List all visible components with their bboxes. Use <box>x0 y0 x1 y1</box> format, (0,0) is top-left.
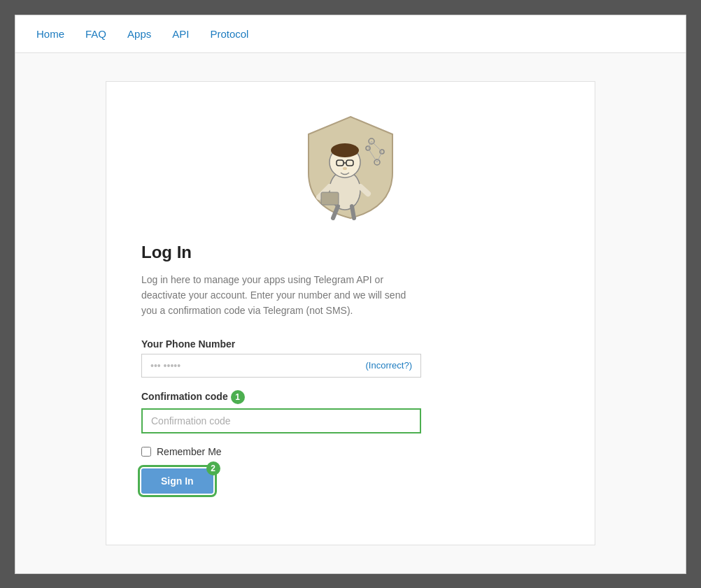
svg-point-10 <box>331 143 359 157</box>
svg-line-18 <box>352 206 354 218</box>
confirmation-form-group: Confirmation code1 <box>141 390 421 433</box>
remember-me-label: Remember Me <box>157 446 222 457</box>
page-title: Log In <box>141 243 560 262</box>
content-area: Log In Log in here to manage your apps u… <box>15 53 686 573</box>
sign-in-wrapper: Sign In 2 <box>141 468 213 494</box>
incorrect-link[interactable]: (Incorrect?) <box>366 360 412 371</box>
mascot <box>141 110 560 222</box>
phone-value: ••• ••••• <box>150 360 180 371</box>
phone-form-group: Your Phone Number ••• ••••• (Incorrect?) <box>141 338 421 378</box>
login-container: Log In Log in here to manage your apps u… <box>106 81 595 545</box>
nav-home[interactable]: Home <box>36 28 64 40</box>
confirmation-code-input[interactable] <box>141 408 421 433</box>
svg-point-14 <box>343 167 347 170</box>
nav-bar: Home FAQ Apps API Protocol <box>15 15 686 53</box>
nav-faq[interactable]: FAQ <box>85 28 106 40</box>
sign-in-button[interactable]: Sign In <box>141 468 213 494</box>
step2-badge: 2 <box>206 461 220 475</box>
nav-api[interactable]: API <box>172 28 189 40</box>
svg-rect-19 <box>321 192 339 205</box>
nav-apps[interactable]: Apps <box>127 28 151 40</box>
login-description: Log in here to manage your apps using Te… <box>141 272 407 319</box>
app-window: Home FAQ Apps API Protocol <box>15 15 686 574</box>
phone-label: Your Phone Number <box>141 338 421 350</box>
confirmation-input-wrapper <box>141 408 421 433</box>
nav-protocol[interactable]: Protocol <box>210 28 248 40</box>
remember-me-row: Remember Me <box>141 446 560 457</box>
confirmation-label: Confirmation code1 <box>141 390 421 404</box>
step1-badge: 1 <box>231 390 245 404</box>
remember-me-checkbox[interactable] <box>141 447 151 457</box>
phone-display: ••• ••••• (Incorrect?) <box>141 354 421 378</box>
